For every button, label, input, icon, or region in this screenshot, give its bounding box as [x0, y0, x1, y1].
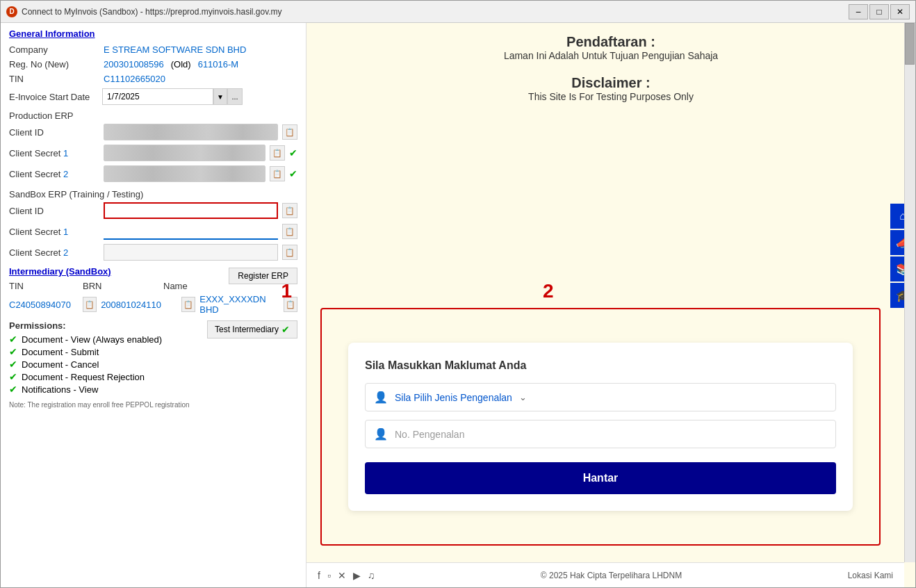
intermediary-brn[interactable]: 200801024110 — [101, 300, 177, 310]
reg-no-new[interactable]: 200301008596 — [104, 59, 164, 70]
instagram-icon[interactable]: ▫ — [327, 570, 331, 581]
sandbox-secret1-label: Client Secret 1 — [9, 227, 99, 237]
prod-secret1-label: Client Secret 1 — [9, 148, 99, 158]
sandbox-secret1-copy[interactable]: 📋 — [282, 224, 297, 239]
prod-secret1-row: Client Secret 1 📋 ✔ — [9, 145, 297, 161]
footer-location[interactable]: Lokasi Kami — [848, 571, 893, 580]
intermediary-header: TIN BRN Name — [9, 281, 229, 291]
sandbox-secret2-input[interactable] — [104, 244, 278, 261]
einvoice-row: E-Invoice Start Date Pendaftaran : 1/7/2… — [9, 88, 297, 105]
prod-secret1-check-icon: ✔ — [289, 147, 297, 158]
general-info-title: General Information — [9, 28, 297, 39]
perm-notif-view-text: Notifications - View — [22, 384, 98, 395]
app-icon: D — [6, 6, 17, 17]
intermediary-tin[interactable]: C24050894070 — [9, 300, 79, 310]
tiktok-icon[interactable]: ♫ — [368, 570, 375, 581]
right-panel: Pendaftaran : Laman Ini Adalah Untuk Tuj… — [306, 23, 915, 587]
prod-secret2-check-icon: ✔ — [289, 168, 297, 179]
reg-no-row: Reg. No (New) 200301008596 (Old) 611016-… — [9, 59, 297, 70]
perm-check-icon: ✔ — [9, 346, 17, 357]
right-header-title: Pendaftaran : — [306, 34, 915, 50]
titlebar-left: D Connect to MyInvois (Sandbox) - https:… — [6, 6, 282, 17]
intermediary-data-row: C24050894070 📋 200801024110 📋 EXXX_XXXXD… — [9, 294, 297, 315]
prod-secret1-input[interactable] — [104, 145, 265, 161]
user-icon: 👤 — [374, 391, 388, 404]
date-more-btn[interactable]: ... — [227, 88, 243, 105]
no-pengenalan-placeholder: No. Pengenalan — [395, 429, 827, 440]
test-intermediary-check-icon: ✔ — [281, 324, 290, 335]
perm-doc-rejection-text: Document - Request Rejection — [22, 372, 145, 382]
prod-client-id-input[interactable] — [104, 124, 278, 140]
test-intermediary-label: Test Intermediary — [215, 325, 279, 334]
einvoice-date-input[interactable]: Pendaftaran : 1/7/2025 — [102, 88, 213, 105]
prod-client-id-copy[interactable]: 📋 — [282, 124, 297, 140]
perm-check-icon: ✔ — [9, 384, 17, 395]
prod-secret1-copy[interactable]: 📋 — [270, 145, 285, 161]
scrollbar-thumb[interactable] — [905, 23, 915, 65]
production-erp-label: Production ERP — [9, 111, 297, 121]
intermediary-tin-copy[interactable]: 📋 — [83, 297, 97, 312]
test-intermediary-button[interactable]: Test Intermediary ✔ — [207, 320, 297, 338]
prod-secret2-row: Client Secret 2 📋 ✔ — [9, 165, 297, 182]
disclaimer-title: Disclaimer : — [306, 75, 915, 91]
perm-doc-rejection: ✔ Document - Request Rejection — [9, 371, 297, 382]
footer-social: f ▫ ✕ ▶ ♫ — [318, 570, 375, 581]
user-icon2: 👤 — [374, 427, 388, 441]
jenis-pengenalan-value: Sila Pilih Jenis Pengenalan — [395, 392, 512, 403]
twitter-x-icon[interactable]: ✕ — [338, 570, 346, 581]
footer: f ▫ ✕ ▶ ♫ © 2025 Hak Cipta Terpelihara L… — [306, 562, 904, 587]
name-col-header: Name — [163, 281, 188, 291]
company-label: Company — [9, 44, 99, 55]
reg-no-old[interactable]: 611016-M — [198, 59, 239, 70]
tin-value[interactable]: C11102665020 — [104, 74, 165, 84]
right-header: Pendaftaran : Laman Ini Adalah Untuk Tuj… — [306, 23, 915, 67]
sandbox-client-id-input[interactable] — [104, 202, 278, 219]
intermediary-name[interactable]: EXXX_XXXXDN BHD — [199, 294, 279, 315]
sandbox-secret2-copy[interactable]: 📋 — [282, 245, 297, 260]
form-card: Sila Masukkan Maklumat Anda 👤 Sila Pilih… — [348, 343, 853, 511]
tin-row: TIN C11102665020 — [9, 74, 297, 84]
sandbox-secret1-row: Client Secret 1 📋 — [9, 223, 297, 240]
minimize-button[interactable]: – — [849, 4, 868, 19]
step1-number: 1 — [281, 280, 292, 302]
perm-doc-view-text: Document - View (Always enabled) — [22, 334, 162, 345]
prod-secret2-input[interactable] — [104, 165, 265, 182]
perm-notif-view: ✔ Notifications - View — [9, 384, 297, 395]
sandbox-erp-label: SandBox ERP (Training / Testing) — [9, 189, 297, 199]
prod-secret2-label: Client Secret 2 — [9, 169, 99, 179]
date-dropdown-btn[interactable]: ▼ — [213, 88, 227, 105]
facebook-icon[interactable]: f — [318, 570, 320, 581]
reg-no-old-label: (Old) — [171, 59, 191, 70]
jenis-pengenalan-field[interactable]: 👤 Sila Pilih Jenis Pengenalan ⌄ — [365, 383, 836, 411]
tin-col-header: TIN — [9, 281, 79, 291]
no-pengenalan-field[interactable]: 👤 No. Pengenalan — [365, 420, 836, 448]
tin-label: TIN — [9, 74, 99, 84]
perm-doc-submit: ✔ Document - Submit — [9, 346, 297, 357]
sandbox-client-id-copy[interactable]: 📋 — [282, 203, 297, 218]
disclaimer-box: Disclaimer : This Site Is For Testing Pu… — [306, 67, 915, 111]
sandbox-client-id-row: Client ID 📋 — [9, 202, 297, 219]
perm-doc-cancel-text: Document - Cancel — [22, 359, 99, 370]
prod-client-id-label: Client ID — [9, 127, 99, 138]
step2-number: 2 — [543, 280, 554, 302]
hantar-button[interactable]: Hantar — [365, 462, 836, 494]
window-title: Connect to MyInvois (Sandbox) - https://… — [22, 7, 282, 17]
perm-check-icon: ✔ — [9, 359, 17, 370]
sandbox-secret2-label: Client Secret 2 — [9, 247, 99, 258]
sandbox-secret1-input[interactable] — [104, 223, 278, 240]
perm-doc-view: ✔ Document - View (Always enabled) — [9, 334, 207, 345]
company-row: Company E STREAM SOFTWARE SDN BHD — [9, 44, 297, 55]
intermediary-brn-copy[interactable]: 📋 — [181, 297, 195, 312]
perm-doc-cancel: ✔ Document - Cancel — [9, 359, 297, 370]
perm-doc-submit-text: Document - Submit — [22, 347, 99, 357]
brn-col-header: BRN — [83, 281, 159, 291]
note-text: Note: The registration may enroll free P… — [9, 400, 297, 410]
prod-secret2-copy[interactable]: 📋 — [270, 166, 285, 181]
sandbox-client-id-label: Client ID — [9, 206, 99, 216]
close-button[interactable]: ✕ — [890, 4, 910, 19]
scrollbar[interactable] — [904, 23, 915, 562]
window-controls: – □ ✕ — [849, 4, 910, 19]
maximize-button[interactable]: □ — [869, 4, 889, 19]
youtube-icon[interactable]: ▶ — [353, 570, 361, 581]
form-card-title: Sila Masukkan Maklumat Anda — [365, 359, 836, 372]
